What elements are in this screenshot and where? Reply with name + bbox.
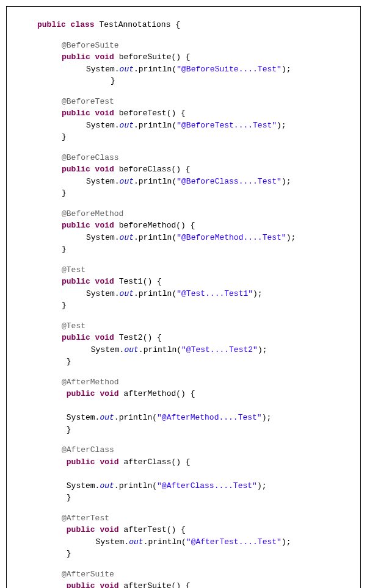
method-afterClass: @AfterClass public void afterClass() { S… bbox=[62, 444, 342, 504]
close: } bbox=[62, 245, 67, 254]
msg: "@Test....Test1" bbox=[176, 289, 253, 298]
method-name: beforeMethod() { bbox=[114, 221, 195, 230]
close: } bbox=[62, 357, 71, 366]
method-name: afterTest() { bbox=[119, 525, 186, 534]
end: ); bbox=[262, 413, 272, 422]
method-beforeClass: @BeforeClass public void beforeClass() {… bbox=[62, 152, 342, 199]
end: ); bbox=[277, 121, 286, 130]
method-name: afterSuite() { bbox=[119, 581, 191, 588]
method-decl: public void bbox=[62, 581, 119, 588]
method-decl: public void bbox=[62, 333, 114, 342]
end: ); bbox=[258, 345, 267, 354]
close: } bbox=[111, 76, 115, 85]
annotation: @AfterSuite bbox=[62, 570, 114, 579]
method-decl: public void bbox=[62, 389, 119, 398]
keyword: public class bbox=[37, 20, 95, 29]
annotation: @BeforeClass bbox=[62, 153, 119, 162]
println: .println( bbox=[139, 345, 181, 354]
method-afterTest: @AfterTest public void afterTest() { Sys… bbox=[62, 512, 342, 560]
out: out bbox=[129, 537, 143, 547]
sys: System. bbox=[86, 177, 120, 186]
method-name: beforeTest() { bbox=[114, 109, 186, 118]
end: ); bbox=[282, 537, 291, 547]
method-afterMethod: @AfterMethod public void afterMethod() {… bbox=[62, 376, 342, 436]
msg: "@AfterMethod....Test" bbox=[157, 413, 262, 422]
annotation: @BeforeTest bbox=[62, 97, 114, 106]
println: .println( bbox=[134, 289, 176, 298]
out: out bbox=[100, 413, 114, 422]
close: } bbox=[62, 188, 67, 198]
method-name: beforeSuite() { bbox=[114, 52, 191, 62]
println: .println( bbox=[134, 177, 176, 186]
annotation: @AfterClass bbox=[62, 445, 114, 454]
sys: System. bbox=[86, 121, 120, 130]
close: } bbox=[62, 493, 71, 502]
method-name: afterMethod() { bbox=[119, 389, 195, 398]
out: out bbox=[120, 177, 134, 186]
out: out bbox=[124, 345, 138, 354]
close: } bbox=[62, 425, 71, 434]
method-name: afterClass() { bbox=[119, 457, 191, 467]
class-open: { bbox=[170, 20, 180, 29]
msg: "@BeforeMethod....Test" bbox=[176, 233, 286, 242]
annotation: @AfterMethod bbox=[62, 378, 119, 387]
out: out bbox=[120, 65, 134, 74]
method-beforeSuite: @BeforeSuite public void beforeSuite() {… bbox=[62, 40, 342, 87]
println: .println( bbox=[114, 481, 157, 490]
close: } bbox=[62, 301, 67, 310]
method-decl: public void bbox=[62, 109, 114, 118]
method-decl: public void bbox=[62, 165, 114, 174]
method-decl: public void bbox=[62, 277, 114, 286]
msg: "@AfterTest....Test" bbox=[186, 537, 282, 547]
sys: System. bbox=[86, 233, 120, 242]
method-test1: @Test public void Test1() { System.out.p… bbox=[62, 264, 342, 312]
close: } bbox=[62, 549, 71, 558]
end: ); bbox=[282, 177, 291, 186]
println: .println( bbox=[144, 537, 186, 547]
end: ); bbox=[286, 233, 296, 242]
msg: "@AfterClass....Test" bbox=[157, 481, 257, 490]
annotation: @Test bbox=[62, 321, 85, 331]
sys: System. bbox=[86, 345, 124, 354]
out: out bbox=[120, 121, 134, 130]
out: out bbox=[120, 289, 134, 298]
msg: "@BeforeTest....Test" bbox=[176, 121, 277, 130]
sys: System. bbox=[86, 65, 120, 74]
annotation: @AfterTest bbox=[62, 514, 109, 523]
method-afterSuite: @AfterSuite public void afterSuite() { S… bbox=[62, 568, 342, 589]
method-name: beforeClass() { bbox=[114, 165, 191, 174]
out: out bbox=[100, 481, 114, 490]
sys: System. bbox=[86, 289, 120, 298]
class-declaration: public class TestAnnotations { bbox=[37, 19, 342, 31]
msg: "@BeforeSuite....Test" bbox=[176, 65, 282, 74]
method-name: Test1() { bbox=[114, 277, 162, 286]
end: ); bbox=[253, 289, 263, 298]
msg: "@BeforeClass....Test" bbox=[176, 177, 282, 186]
println: .println( bbox=[134, 65, 176, 74]
close: } bbox=[62, 132, 67, 142]
method-decl: public void bbox=[62, 52, 114, 62]
method-decl: public void bbox=[62, 457, 119, 467]
annotation: @BeforeMethod bbox=[62, 209, 123, 218]
sys: System. bbox=[62, 481, 100, 490]
annotation: @Test bbox=[62, 265, 85, 274]
method-beforeTest: @BeforeTest public void beforeTest() { S… bbox=[62, 96, 342, 143]
println: .println( bbox=[134, 121, 176, 130]
method-decl: public void bbox=[62, 525, 119, 534]
sys: System. bbox=[86, 537, 129, 547]
msg: "@Test....Test2" bbox=[181, 345, 258, 354]
sys: System. bbox=[62, 413, 100, 422]
out: out bbox=[120, 233, 134, 242]
method-name: Test2() { bbox=[114, 333, 162, 342]
println: .println( bbox=[134, 233, 176, 242]
end: ); bbox=[257, 481, 267, 490]
method-test2: @Test public void Test2() { System.out.p… bbox=[62, 320, 342, 368]
method-decl: public void bbox=[62, 221, 114, 230]
println: .println( bbox=[114, 413, 157, 422]
method-beforeMethod: @BeforeMethod public void beforeMethod()… bbox=[62, 208, 342, 256]
end: ); bbox=[282, 65, 291, 74]
annotation: @BeforeSuite bbox=[62, 41, 119, 50]
class-name-text: TestAnnotations bbox=[99, 20, 170, 29]
code-container: public class TestAnnotations { @BeforeSu… bbox=[6, 6, 361, 588]
